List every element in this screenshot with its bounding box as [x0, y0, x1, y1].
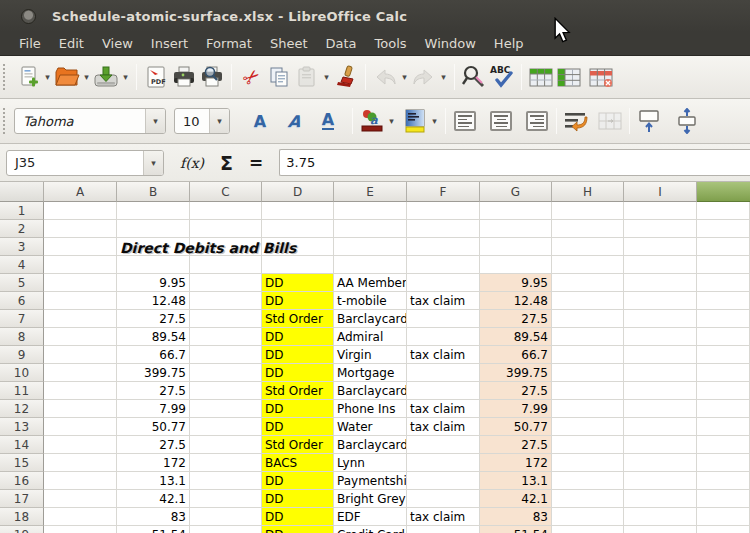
cell-F5[interactable]: [407, 274, 480, 292]
column-header-B[interactable]: B: [117, 182, 190, 202]
cell-D6[interactable]: DD: [262, 292, 334, 310]
cell-I14[interactable]: [624, 436, 697, 454]
cut-button[interactable]: ✂: [237, 61, 265, 93]
row-header-1[interactable]: 1: [0, 202, 44, 220]
font-color-dropdown[interactable]: ▾: [386, 116, 397, 126]
cell-E13[interactable]: Water: [334, 418, 407, 436]
font-name-dropdown[interactable]: ▾: [145, 109, 165, 133]
cell-B18[interactable]: 83: [117, 508, 190, 526]
cell-C11[interactable]: [190, 382, 262, 400]
cell-F17[interactable]: [407, 490, 480, 508]
cell-F9[interactable]: tax claim: [407, 346, 480, 364]
cell-A1[interactable]: [44, 202, 117, 220]
cell-D10[interactable]: DD: [262, 364, 334, 382]
cell-E12[interactable]: Phone Ins: [334, 400, 407, 418]
cell-E17[interactable]: Bright Grey: [334, 490, 407, 508]
cell-A2[interactable]: [44, 220, 117, 238]
bold-button[interactable]: A: [246, 105, 274, 137]
open-dropdown[interactable]: ▾: [81, 72, 92, 82]
cell-B17[interactable]: 42.1: [117, 490, 190, 508]
row-header-8[interactable]: 8: [0, 328, 44, 346]
cell-B8[interactable]: 89.54: [117, 328, 190, 346]
cell-F13[interactable]: tax claim: [407, 418, 480, 436]
row-header-19[interactable]: 19: [0, 526, 44, 533]
merge-cells-button[interactable]: [596, 105, 624, 137]
cell-A10[interactable]: [44, 364, 117, 382]
column-header-F[interactable]: F: [407, 182, 480, 202]
cell-G4[interactable]: [480, 256, 552, 274]
cell-C1[interactable]: [190, 202, 262, 220]
save-button[interactable]: [92, 61, 120, 93]
cell-J3[interactable]: [697, 238, 750, 256]
paste-dropdown[interactable]: ▾: [321, 72, 332, 82]
cell-C2[interactable]: [190, 220, 262, 238]
cell-E5[interactable]: AA Membership: [334, 274, 407, 292]
window-control-button[interactable]: [21, 9, 36, 24]
cell-E18[interactable]: EDF: [334, 508, 407, 526]
cell-E16[interactable]: Paymentshield: [334, 472, 407, 490]
cell-B1[interactable]: [117, 202, 190, 220]
cell-F18[interactable]: tax claim: [407, 508, 480, 526]
undo-dropdown[interactable]: ▾: [399, 72, 410, 82]
cell-A12[interactable]: [44, 400, 117, 418]
cell-I19[interactable]: [624, 526, 697, 533]
cell-H11[interactable]: [552, 382, 624, 400]
cell-H16[interactable]: [552, 472, 624, 490]
menu-file[interactable]: File: [10, 34, 50, 53]
cell-D18[interactable]: DD: [262, 508, 334, 526]
cell-I9[interactable]: [624, 346, 697, 364]
cell-A17[interactable]: [44, 490, 117, 508]
cell-H2[interactable]: [552, 220, 624, 238]
column-header-C[interactable]: C: [190, 182, 262, 202]
cell-E7[interactable]: Barclaycard: [334, 310, 407, 328]
cell-B4[interactable]: [117, 256, 190, 274]
cell-B7[interactable]: 27.5: [117, 310, 190, 328]
print-button[interactable]: [170, 61, 198, 93]
menu-sheet[interactable]: Sheet: [261, 34, 317, 53]
row-header-17[interactable]: 17: [0, 490, 44, 508]
cell-H8[interactable]: [552, 328, 624, 346]
cell-B15[interactable]: 172: [117, 454, 190, 472]
cell-G10[interactable]: 399.75: [480, 364, 552, 382]
menu-edit[interactable]: Edit: [50, 34, 93, 53]
menu-tools[interactable]: Tools: [366, 34, 416, 53]
cell-C15[interactable]: [190, 454, 262, 472]
cell-G12[interactable]: 7.99: [480, 400, 552, 418]
cell-J1[interactable]: [697, 202, 750, 220]
save-dropdown[interactable]: ▾: [120, 72, 131, 82]
cell-B9[interactable]: 66.7: [117, 346, 190, 364]
font-size-combo[interactable]: 10 ▾: [174, 108, 230, 134]
cell-I6[interactable]: [624, 292, 697, 310]
cell-D13[interactable]: DD: [262, 418, 334, 436]
cell-E9[interactable]: Virgin: [334, 346, 407, 364]
row-header-11[interactable]: 11: [0, 382, 44, 400]
cell-F15[interactable]: [407, 454, 480, 472]
cell-I17[interactable]: [624, 490, 697, 508]
cell-D2[interactable]: [262, 220, 334, 238]
cell-J2[interactable]: [697, 220, 750, 238]
cell-E11[interactable]: Barclaycard: [334, 382, 407, 400]
row-header-12[interactable]: 12: [0, 400, 44, 418]
cell-I15[interactable]: [624, 454, 697, 472]
cell-C7[interactable]: [190, 310, 262, 328]
cell-G7[interactable]: 27.5: [480, 310, 552, 328]
cell-H9[interactable]: [552, 346, 624, 364]
row-header-3[interactable]: 3: [0, 238, 44, 256]
cell-J5[interactable]: [697, 274, 750, 292]
cell-D11[interactable]: Std Order: [262, 382, 334, 400]
cell-F11[interactable]: [407, 382, 480, 400]
column-header-selected-partial[interactable]: [697, 182, 750, 202]
highlight-color-dropdown[interactable]: ▾: [429, 116, 440, 126]
menu-insert[interactable]: Insert: [142, 34, 197, 53]
row-header-7[interactable]: 7: [0, 310, 44, 328]
cell-F6[interactable]: tax claim: [407, 292, 480, 310]
cell-G18[interactable]: 83: [480, 508, 552, 526]
font-color-button[interactable]: a: [358, 105, 386, 137]
cell-H10[interactable]: [552, 364, 624, 382]
row-header-4[interactable]: 4: [0, 256, 44, 274]
cell-C9[interactable]: [190, 346, 262, 364]
menu-help[interactable]: Help: [485, 34, 533, 53]
cell-C16[interactable]: [190, 472, 262, 490]
redo-button[interactable]: [410, 61, 438, 93]
cell-J4[interactable]: [697, 256, 750, 274]
